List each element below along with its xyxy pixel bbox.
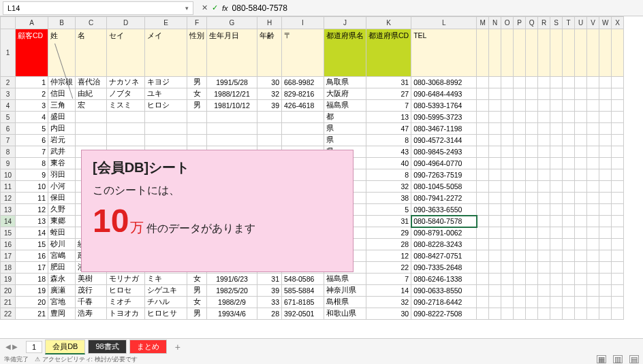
- cell[interactable]: [563, 227, 575, 239]
- col-head-C[interactable]: C: [76, 17, 107, 29]
- header-cell[interactable]: [501, 29, 514, 77]
- cell[interactable]: [526, 158, 538, 169]
- cell[interactable]: [612, 308, 624, 320]
- cell[interactable]: [612, 227, 624, 239]
- cell[interactable]: [538, 100, 550, 112]
- cell[interactable]: 男: [187, 308, 207, 320]
- cell[interactable]: 090-0633-8550: [411, 285, 477, 297]
- cell[interactable]: 7: [366, 274, 411, 285]
- cell[interactable]: [489, 216, 501, 227]
- header-cell[interactable]: メイ: [145, 29, 187, 77]
- cell[interactable]: [526, 216, 538, 227]
- cell[interactable]: [501, 181, 514, 193]
- row-head-10[interactable]: 10: [1, 169, 16, 181]
- cell[interactable]: [587, 274, 599, 285]
- cell[interactable]: [550, 181, 563, 193]
- cell[interactable]: [477, 308, 489, 320]
- cell[interactable]: [501, 204, 514, 216]
- cell[interactable]: [587, 181, 599, 193]
- cell[interactable]: 8: [16, 158, 48, 169]
- cell[interactable]: [563, 308, 575, 320]
- cell[interactable]: 18: [16, 274, 48, 285]
- cell[interactable]: [489, 274, 501, 285]
- col-head-B[interactable]: B: [48, 17, 76, 29]
- cell[interactable]: 砂川: [48, 239, 76, 250]
- cell[interactable]: [207, 135, 257, 146]
- cell[interactable]: [550, 227, 563, 239]
- cell[interactable]: [501, 285, 514, 297]
- cell[interactable]: [575, 88, 587, 100]
- header-cell[interactable]: 〒: [282, 29, 324, 77]
- cell[interactable]: [599, 77, 612, 88]
- cell[interactable]: [599, 262, 612, 274]
- add-sheet-icon[interactable]: +: [170, 342, 186, 352]
- cell[interactable]: 29: [366, 227, 411, 239]
- cell[interactable]: [501, 297, 514, 308]
- cell[interactable]: [575, 135, 587, 146]
- col-head-D[interactable]: D: [107, 17, 145, 29]
- confirm-icon[interactable]: ✓: [212, 3, 218, 12]
- row-head-7[interactable]: 7: [1, 135, 16, 146]
- row-head-22[interactable]: 22: [1, 308, 16, 320]
- cell[interactable]: [599, 227, 612, 239]
- cell[interactable]: [612, 239, 624, 250]
- cell[interactable]: [612, 204, 624, 216]
- cell[interactable]: [587, 227, 599, 239]
- cell[interactable]: ナカソネ: [107, 77, 145, 88]
- cell[interactable]: [514, 297, 526, 308]
- header-cell[interactable]: [599, 29, 612, 77]
- cell[interactable]: [514, 135, 526, 146]
- cell[interactable]: [538, 135, 550, 146]
- cell[interactable]: [187, 112, 207, 123]
- cell[interactable]: 548-0586: [282, 274, 324, 285]
- cell[interactable]: [538, 239, 550, 250]
- next-sheet-icon[interactable]: ▶: [12, 343, 18, 350]
- cell[interactable]: 14: [366, 285, 411, 297]
- cell[interactable]: [550, 112, 563, 123]
- cell[interactable]: [501, 158, 514, 169]
- cell[interactable]: ミスミ: [107, 100, 145, 112]
- cell[interactable]: 31: [257, 274, 282, 285]
- cell[interactable]: 7: [366, 100, 411, 112]
- cell[interactable]: 39: [257, 285, 282, 297]
- cell[interactable]: [477, 77, 489, 88]
- cell[interactable]: [587, 169, 599, 181]
- cell[interactable]: [550, 204, 563, 216]
- cell[interactable]: [514, 308, 526, 320]
- header-cell[interactable]: 名: [76, 29, 107, 77]
- cell[interactable]: [489, 135, 501, 146]
- col-head-X[interactable]: X: [612, 17, 624, 29]
- header-cell[interactable]: [489, 29, 501, 77]
- col-head-P[interactable]: P: [514, 17, 526, 29]
- cell[interactable]: 090-8791-0062: [411, 227, 477, 239]
- cell[interactable]: [550, 146, 563, 158]
- cell[interactable]: [550, 135, 563, 146]
- cell[interactable]: [489, 227, 501, 239]
- cell[interactable]: 585-5884: [282, 285, 324, 297]
- cell[interactable]: [587, 250, 599, 262]
- row-head-1[interactable]: 1: [1, 29, 16, 77]
- cell[interactable]: [575, 262, 587, 274]
- header-cell[interactable]: セイ: [107, 29, 145, 77]
- cell[interactable]: [501, 216, 514, 227]
- cell[interactable]: [514, 88, 526, 100]
- cell[interactable]: [514, 146, 526, 158]
- cell[interactable]: [550, 297, 563, 308]
- cell[interactable]: [563, 88, 575, 100]
- cell[interactable]: [489, 169, 501, 181]
- cell[interactable]: [612, 274, 624, 285]
- cancel-icon[interactable]: ✕: [202, 3, 208, 12]
- cell[interactable]: 090-2718-6442: [411, 297, 477, 308]
- cell[interactable]: [477, 146, 489, 158]
- cell[interactable]: 080-7941-2272: [411, 193, 477, 204]
- cell[interactable]: [489, 123, 501, 135]
- formula-value[interactable]: 080-5840-7578: [232, 3, 287, 13]
- cell[interactable]: 福島県: [324, 274, 366, 285]
- col-head-Q[interactable]: Q: [526, 17, 538, 29]
- cell[interactable]: 女: [187, 274, 207, 285]
- cell[interactable]: 31: [366, 216, 411, 227]
- cell[interactable]: [538, 297, 550, 308]
- cell[interactable]: [587, 100, 599, 112]
- cell[interactable]: [575, 250, 587, 262]
- row-head-12[interactable]: 12: [1, 193, 16, 204]
